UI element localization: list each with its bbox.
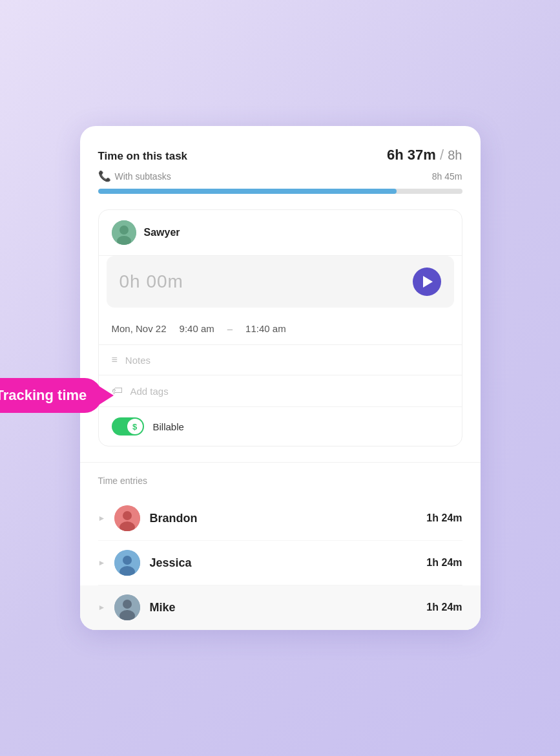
entry-duration: 1h 24m [426, 512, 462, 524]
task-header: Time on this task 6h 37m / 8h [98, 147, 462, 163]
table-row: ► Brandon 1h 24m [98, 496, 462, 541]
dollar-sign: $ [132, 422, 137, 432]
sawyer-avatar-svg [112, 220, 136, 245]
notes-row[interactable]: ≡ Notes [99, 344, 462, 375]
subtasks-text: With subtasks [115, 171, 171, 182]
avatar [114, 550, 140, 576]
svg-point-4 [123, 511, 132, 520]
datetime-end: 11:40 am [245, 323, 286, 334]
svg-point-10 [123, 600, 132, 609]
total-time: 8h [448, 148, 462, 162]
table-row: ► Mike 1h 24m [80, 585, 481, 630]
current-time: 6h 37m [387, 147, 436, 163]
svg-point-1 [119, 226, 129, 235]
subtasks-icon: 📞 [98, 170, 111, 182]
progress-fill [98, 189, 397, 194]
svg-point-7 [123, 556, 132, 565]
avatar [114, 594, 140, 620]
notes-placeholder: Notes [125, 355, 150, 366]
progress-bar [98, 189, 462, 194]
tags-row[interactable]: 🏷 Add tags [99, 375, 462, 406]
main-card: Time on this task 6h 37m / 8h 📞 With sub… [80, 126, 481, 630]
datetime-date: Mon, Nov 22 [112, 323, 167, 334]
toggle-dollar: $ [127, 419, 143, 434]
expand-arrow[interactable]: ► [98, 514, 106, 523]
user-section: Sawyer 0h 00m Mon, Nov 22 9:40 am – 11:4… [98, 209, 462, 446]
task-time: 6h 37m / 8h [387, 147, 462, 163]
user-row: Sawyer [99, 210, 462, 256]
datetime-start: 9:40 am [180, 323, 214, 334]
card-wrapper: Tracking time Time on this task 6h 37m /… [80, 126, 481, 630]
table-row: ► Jessica 1h 24m [98, 541, 462, 585]
datetime-dash: – [227, 323, 233, 334]
subtasks-label: 📞 With subtasks [98, 170, 171, 182]
entry-name: Brandon [149, 512, 417, 525]
tags-placeholder: Add tags [130, 386, 169, 397]
billable-label: Billable [153, 421, 184, 432]
expand-arrow[interactable]: ► [98, 558, 106, 567]
toggle-track: $ [112, 417, 144, 436]
user-avatar [112, 220, 136, 245]
billable-toggle[interactable]: $ [112, 417, 144, 436]
datetime-row[interactable]: Mon, Nov 22 9:40 am – 11:40 am [99, 315, 462, 344]
billable-row: $ Billable [99, 406, 462, 446]
user-name: Sawyer [144, 227, 180, 238]
tracking-time-tooltip: Tracking time [0, 378, 102, 413]
play-icon [423, 276, 433, 288]
timer-row: 0h 00m [107, 256, 454, 308]
notes-icon: ≡ [112, 354, 118, 366]
entry-name: Jessica [149, 556, 417, 570]
time-entries-section: Time entries ► Brandon 1h 24m ► [98, 463, 462, 630]
entry-duration: 1h 24m [426, 602, 462, 613]
subtasks-time: 8h 45m [432, 171, 462, 182]
subtasks-row: 📞 With subtasks 8h 45m [98, 170, 462, 182]
entry-duration: 1h 24m [426, 557, 462, 569]
time-entries-title: Time entries [98, 476, 462, 486]
timer-display: 0h 00m [119, 271, 183, 292]
task-title: Time on this task [98, 150, 188, 163]
play-button[interactable] [413, 268, 441, 296]
tooltip-label: Tracking time [0, 387, 87, 403]
avatar [114, 505, 140, 531]
sawyer-avatar [112, 220, 136, 245]
expand-arrow[interactable]: ► [98, 603, 106, 612]
entry-name: Mike [149, 601, 417, 614]
